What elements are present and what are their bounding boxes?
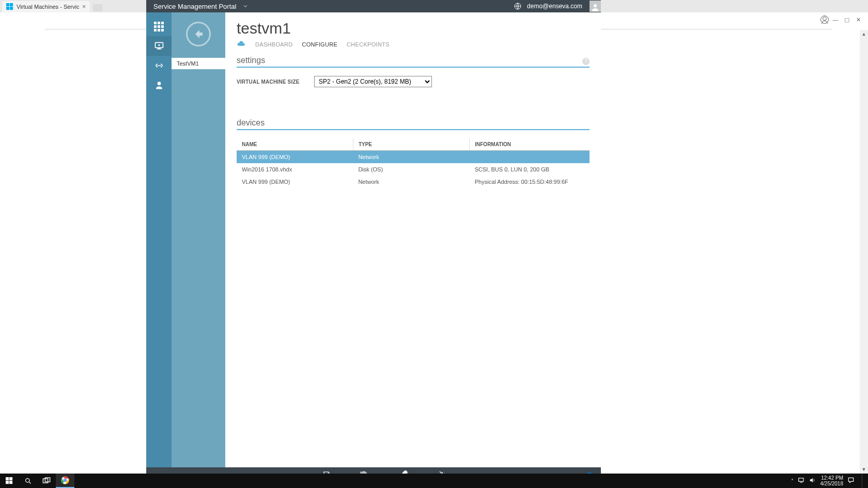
- svg-rect-22: [798, 478, 803, 481]
- tray-volume-icon[interactable]: [809, 477, 816, 484]
- devices-table: NAME TYPE INFORMATION VLAN 999 (DEMO) Ne…: [237, 138, 590, 188]
- sub-nav: TestVM1: [172, 12, 225, 467]
- rail-networks[interactable]: [146, 56, 172, 75]
- svg-rect-11: [9, 477, 12, 480]
- svg-rect-12: [6, 481, 9, 484]
- vm-size-row: VIRTUAL MACHINE SIZE SP2 - Gen2 (2 Core(…: [237, 76, 590, 87]
- grid-icon: [154, 22, 164, 32]
- table-row[interactable]: Win2016 1708.vhdx Disk (OS) SCSI, BUS 0,…: [237, 163, 590, 176]
- taskbar-search-icon[interactable]: [19, 474, 37, 488]
- tab-dashboard[interactable]: DASHBOARD: [255, 41, 292, 48]
- svg-rect-9: [157, 49, 161, 50]
- svg-rect-3: [10, 7, 13, 10]
- system-tray: ˄ 12:42 PM 4/25/2018: [791, 474, 869, 488]
- task-view-icon[interactable]: [37, 474, 56, 488]
- table-row[interactable]: VLAN 999 (DEMO) Network: [237, 151, 590, 164]
- tray-network-icon[interactable]: [798, 477, 805, 484]
- rail-vm[interactable]: [146, 36, 172, 56]
- action-center-icon[interactable]: [847, 477, 855, 485]
- col-info[interactable]: INFORMATION: [470, 138, 590, 151]
- settings-heading: settings ?: [237, 56, 590, 68]
- table-row[interactable]: VLAN 999 (DEMO) Network Physical Address…: [237, 176, 590, 188]
- svg-point-14: [25, 478, 29, 482]
- tray-chevron-icon[interactable]: ˄: [791, 478, 794, 484]
- window-close-icon[interactable]: ✕: [854, 17, 863, 23]
- page-tabs: DASHBOARD CONFIGURE CHECKPOINTS: [237, 40, 590, 49]
- rail-all-items[interactable]: [146, 17, 172, 36]
- col-type[interactable]: TYPE: [353, 138, 469, 151]
- nav-rail: [146, 12, 172, 467]
- vm-size-select[interactable]: SP2 - Gen2 (2 Core(s), 8192 MB): [314, 76, 432, 87]
- svg-point-7: [158, 44, 160, 46]
- cloud-icon: [237, 40, 246, 49]
- devices-heading: devices: [237, 118, 590, 130]
- globe-icon[interactable]: [514, 2, 522, 10]
- browser-tab-title: Virtual Machines - Servic: [17, 4, 79, 10]
- tab-checkpoints[interactable]: CHECKPOINTS: [347, 41, 390, 48]
- tray-clock[interactable]: 12:42 PM 4/25/2018: [820, 475, 844, 486]
- help-icon[interactable]: ?: [582, 58, 590, 65]
- avatar[interactable]: [590, 1, 601, 12]
- browser-tab[interactable]: Virtual Machines - Servic ×: [2, 1, 90, 12]
- page-scrollbar[interactable]: ▲▼: [860, 30, 868, 474]
- show-desktop-button[interactable]: [862, 474, 865, 488]
- chrome-profile-icon[interactable]: [820, 15, 829, 24]
- start-button[interactable]: [0, 474, 19, 488]
- col-name[interactable]: NAME: [237, 138, 353, 151]
- page-title: testvm1: [237, 20, 590, 37]
- tab-close-icon[interactable]: ×: [82, 3, 86, 10]
- svg-point-21: [64, 479, 66, 481]
- app-shell: Service Management Portal demo@enseva.co…: [146, 0, 601, 488]
- app-header: Service Management Portal demo@enseva.co…: [146, 0, 601, 12]
- user-email[interactable]: demo@enseva.com: [527, 3, 582, 10]
- svg-rect-13: [9, 481, 12, 484]
- windows-taskbar: ˄ 12:42 PM 4/25/2018: [0, 474, 868, 488]
- svg-rect-2: [6, 7, 9, 10]
- window-maximize-icon[interactable]: ▢: [842, 17, 851, 23]
- new-tab-button[interactable]: [93, 4, 102, 11]
- portal-dropdown-icon[interactable]: [242, 3, 249, 9]
- svg-rect-0: [6, 3, 9, 6]
- main-content: testvm1 DASHBOARD CONFIGURE CHECKPOINTS …: [225, 12, 601, 467]
- taskbar-chrome[interactable]: [56, 474, 74, 488]
- back-button[interactable]: [186, 22, 211, 46]
- rail-account[interactable]: [146, 75, 172, 95]
- subnav-vm-item[interactable]: TestVM1: [172, 58, 226, 69]
- svg-rect-10: [6, 477, 9, 480]
- svg-rect-8: [158, 48, 160, 49]
- windows-favicon: [6, 3, 13, 10]
- tab-configure[interactable]: CONFIGURE: [302, 41, 337, 48]
- svg-rect-1: [10, 3, 13, 6]
- portal-title: Service Management Portal: [153, 3, 236, 10]
- vm-size-label: VIRTUAL MACHINE SIZE: [237, 79, 314, 85]
- window-minimize-icon[interactable]: —: [831, 17, 840, 23]
